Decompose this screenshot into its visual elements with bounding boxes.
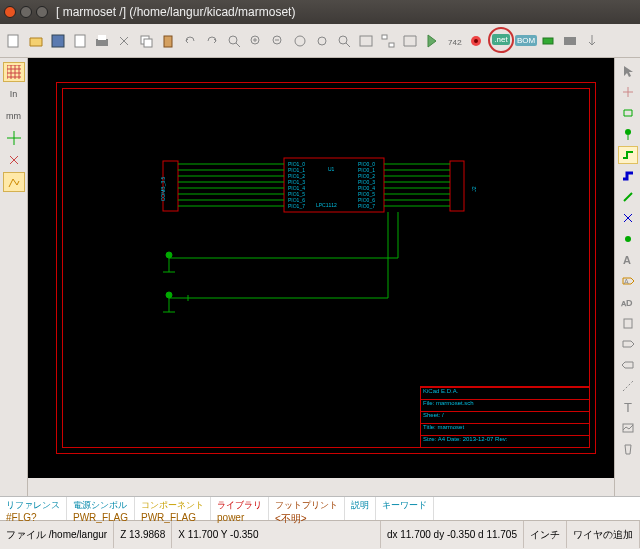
copy-button[interactable] (136, 31, 156, 51)
cursor-toggle[interactable] (3, 128, 25, 148)
svg-rect-13 (360, 36, 372, 46)
netlist-button[interactable]: .net (491, 30, 511, 50)
cut-button[interactable] (114, 31, 134, 51)
horizontal-scrollbar[interactable] (28, 478, 614, 496)
open-button[interactable] (26, 31, 46, 51)
place-noconnect-tool[interactable] (618, 209, 638, 227)
svg-point-53 (625, 236, 631, 242)
highlight-tool[interactable] (618, 83, 638, 101)
svg-point-11 (295, 36, 305, 46)
svg-point-51 (625, 129, 631, 135)
zoom-redraw-button[interactable] (312, 31, 332, 51)
svg-rect-14 (382, 35, 387, 39)
place-global-label-tool[interactable]: A (618, 272, 638, 290)
svg-text:7422: 7422 (448, 38, 462, 47)
pcbnew-button[interactable] (560, 31, 580, 51)
main-area: In mm (0, 58, 640, 496)
svg-point-45 (166, 292, 172, 298)
paste-button[interactable] (158, 31, 178, 51)
info-reference: リファレンス#FLG? (0, 497, 67, 520)
svg-rect-4 (98, 35, 106, 40)
grid-toggle[interactable] (3, 62, 25, 82)
place-bus-entry-tool[interactable] (618, 188, 638, 206)
page-button[interactable] (70, 31, 90, 51)
place-power-tool[interactable] (618, 125, 638, 143)
place-bus-tool[interactable] (618, 167, 638, 185)
canvas-area[interactable]: U1 LPC1112 COMB_3.5 J2 PIO1_0PIO1_1PIO1_… (28, 58, 614, 496)
part-label: LPC1112 (316, 202, 337, 208)
hidden-pins-toggle[interactable] (3, 150, 25, 170)
status-file: ファイル /home/langur (0, 521, 114, 548)
svg-rect-3 (96, 39, 108, 46)
zoom-fit-button[interactable] (290, 31, 310, 51)
cvpcb-button[interactable] (538, 31, 558, 51)
erc-button[interactable] (466, 31, 486, 51)
hier-button[interactable] (378, 31, 398, 51)
svg-rect-0 (8, 35, 18, 47)
window-titlebar: [ marmoset /] (/home/langur/kicad/marmos… (0, 0, 640, 24)
svg-text:ᴀD: ᴀD (621, 298, 633, 308)
place-label-tool[interactable]: A (618, 251, 638, 269)
import-hier-tool[interactable] (618, 335, 638, 353)
place-sheet-tool[interactable] (618, 314, 638, 332)
info-keyword: キーワード (376, 497, 434, 520)
j1-label: COMB_3.5 (160, 177, 166, 202)
svg-rect-23 (450, 161, 464, 211)
zoom-in-button[interactable] (246, 31, 266, 51)
print-button[interactable] (92, 31, 112, 51)
lines-toggle[interactable] (3, 172, 25, 192)
save-button[interactable] (48, 31, 68, 51)
redo-button[interactable] (202, 31, 222, 51)
undo-button[interactable] (180, 31, 200, 51)
svg-point-12 (339, 36, 347, 44)
browse-button[interactable] (422, 31, 442, 51)
info-power-symbol: 電源シンボルPWR_FLAG (67, 497, 135, 520)
place-text-tool[interactable]: T (618, 398, 638, 416)
svg-point-18 (474, 39, 478, 43)
svg-rect-1 (52, 35, 64, 47)
place-line-tool[interactable] (618, 377, 638, 395)
window-maximize-button[interactable] (36, 6, 48, 18)
svg-rect-57 (624, 319, 632, 328)
place-junction-tool[interactable] (618, 230, 638, 248)
svg-text:A: A (623, 254, 631, 266)
lib-button[interactable] (400, 31, 420, 51)
status-unit: インチ (524, 521, 567, 548)
status-bar: ファイル /home/langur Z 13.9868 X 11.700 Y -… (0, 520, 640, 548)
svg-rect-6 (144, 39, 152, 47)
zoom-region-button[interactable] (334, 31, 354, 51)
schematic-canvas[interactable]: U1 LPC1112 COMB_3.5 J2 PIO1_0PIO1_1PIO1_… (28, 58, 614, 478)
window-close-button[interactable] (4, 6, 16, 18)
svg-rect-19 (543, 38, 553, 44)
bom-button[interactable]: BOM (516, 31, 536, 51)
place-hier-label-tool[interactable]: ᴀD (618, 293, 638, 311)
netlist-highlight: .net (488, 27, 514, 53)
mm-toggle[interactable]: mm (3, 106, 25, 126)
zoom-out-button[interactable] (268, 31, 288, 51)
place-image-tool[interactable] (618, 419, 638, 437)
annotate-button[interactable]: 7422 (444, 31, 464, 51)
find-button[interactable] (224, 31, 244, 51)
info-footprint: フットプリント<不明> (269, 497, 345, 520)
inch-toggle[interactable]: In (3, 84, 25, 104)
j2-label: J2 (471, 186, 477, 191)
place-wire-tool[interactable] (618, 146, 638, 164)
place-hier-pin-tool[interactable] (618, 356, 638, 374)
place-component-tool[interactable] (618, 104, 638, 122)
svg-rect-20 (564, 37, 576, 45)
backimport-button[interactable] (582, 31, 602, 51)
cursor-tool[interactable] (618, 62, 638, 80)
status-zoom: Z 13.9868 (114, 521, 172, 548)
info-library: ライブラリpower (211, 497, 269, 520)
new-button[interactable] (4, 31, 24, 51)
info-description: 説明 (345, 497, 376, 520)
status-xy: X 11.700 Y -0.350 (172, 521, 381, 548)
svg-text:A: A (624, 278, 629, 285)
right-toolbar: A A ᴀD T (614, 58, 640, 496)
window-title: [ marmoset /] (/home/langur/kicad/marmos… (56, 5, 295, 19)
title-block: KiCad E.D.A. File: marmoset.sch Sheet: /… (420, 386, 590, 448)
nav-button[interactable] (356, 31, 376, 51)
info-component: コンポーネントPWR_FLAG (135, 497, 211, 520)
delete-tool[interactable] (618, 440, 638, 458)
window-minimize-button[interactable] (20, 6, 32, 18)
